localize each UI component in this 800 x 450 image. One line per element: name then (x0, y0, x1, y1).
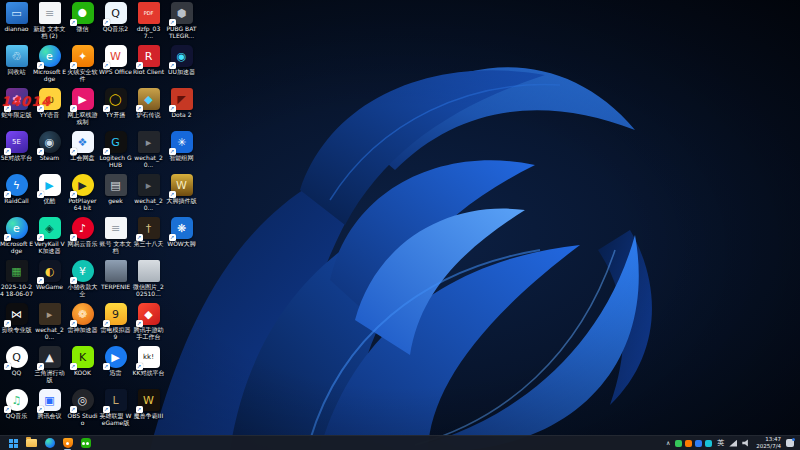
desktop-icon[interactable]: K↗KOOK (66, 346, 99, 388)
desktop-icon[interactable]: R↗Riot Client (132, 45, 165, 87)
edge-button[interactable] (44, 438, 55, 449)
network-tool-icon: ✳↗ (171, 131, 193, 153)
desktop-icon[interactable]: ◯↗YY开播 (99, 88, 132, 130)
desktop-icon[interactable]: ⋈↗剪映专业版 (0, 303, 33, 345)
file-explorer-button[interactable] (26, 438, 37, 449)
notification-bell-icon[interactable] (786, 439, 794, 447)
desktop-icon[interactable]: ▣↗腾讯会议 (33, 389, 66, 431)
windows-logo-icon (9, 439, 18, 448)
desktop-icon[interactable]: W↗魔兽争霸III (132, 389, 165, 431)
desktop-icon[interactable]: 5E↗5E对战平台 (0, 131, 33, 173)
icon-glyph: G (111, 137, 120, 148)
desktop-icon[interactable]: ▸wechat_20... (132, 174, 165, 216)
huorong-button[interactable] (62, 438, 73, 449)
desktop-icon[interactable]: ▭diannao (0, 2, 33, 44)
desktop-icon[interactable]: ⬤↗微信 (66, 2, 99, 44)
desktop-icon[interactable]: ▶↗网上双线游戏制 (66, 88, 99, 130)
icon-glyph: ◉ (177, 51, 187, 62)
5e-arena-icon: 5E↗ (6, 131, 28, 153)
desktop-icon[interactable]: ✦↗火绒安全软件 (66, 45, 99, 87)
icon-glyph: ϟ (13, 180, 20, 191)
desktop-icon[interactable]: L↗英雄联盟 WeGame版 (99, 389, 132, 431)
desktop-icon[interactable]: ▶↗PotPlayer 64 bit (66, 174, 99, 216)
desktop-icon[interactable]: PDFdzfp_037... (132, 2, 165, 44)
desktop-icon[interactable]: ◆↗炉石传说 (132, 88, 165, 130)
shortcut-arrow-badge: ↗ (37, 363, 44, 370)
desktop-icon[interactable]: 9↗雷电模拟器9 (99, 303, 132, 345)
tray-chevron-up-icon[interactable]: ∧ (666, 440, 670, 446)
icon-label: 微信 (66, 26, 99, 33)
desktop-icon[interactable]: ◉↗UU加速器 (165, 45, 198, 87)
icon-glyph: ▣ (44, 395, 54, 406)
video-file-icon: ▸ (138, 131, 160, 153)
desktop-icon[interactable]: ≡新建 文本文档 (2) (33, 2, 66, 44)
tray-app-orange-icon[interactable] (685, 440, 692, 447)
desktop-icon[interactable]: ◐↗WeGame (33, 260, 66, 302)
tray-app-blue-icon[interactable] (695, 440, 702, 447)
desktop-icon[interactable]: ▶↗迅雷 (99, 346, 132, 388)
shortcut-arrow-badge: ↗ (169, 62, 176, 69)
desktop-icon[interactable]: Q↗QQ音乐2 (99, 2, 132, 44)
desktop-icon[interactable]: G↗Logitech G HUB (99, 131, 132, 173)
desktop-icon[interactable]: ▦2025-10-24 18-06-07 (0, 260, 33, 302)
desktop-icon[interactable]: ❖↗工会网盘 (66, 131, 99, 173)
desktop-icon[interactable]: ♲回收站 (0, 45, 33, 87)
edge-icon (45, 438, 55, 448)
clock-time: 13:47 (756, 436, 781, 443)
icon-glyph: PDF (144, 11, 154, 16)
desktop-icon[interactable]: ▶↗优酷 (33, 174, 66, 216)
icon-label: diannao (0, 26, 33, 33)
shortcut-arrow-badge: ↗ (70, 406, 77, 413)
icon-glyph: ▶ (45, 180, 53, 191)
desktop-icon[interactable]: ▤geek (99, 174, 132, 216)
desktop-icon[interactable]: ♪↗网易云音乐 (66, 217, 99, 259)
desktop-icon[interactable]: ▸wechat_20... (132, 131, 165, 173)
desktop-icon[interactable]: W↗WPS Office (99, 45, 132, 87)
desktop-icon[interactable]: kk!↗KK对战平台 (132, 346, 165, 388)
desktop-icon[interactable]: ◆↗腾讯手游助手工作台 (132, 303, 165, 345)
tray-app-teal-icon[interactable] (705, 440, 712, 447)
icon-glyph: ◉ (45, 137, 55, 148)
icon-label: QQ (0, 370, 33, 377)
network-icon[interactable] (729, 440, 737, 447)
desktop-icon[interactable]: W↗大脚插件版 (165, 174, 198, 216)
shortcut-arrow-badge: ↗ (4, 406, 11, 413)
shortcut-arrow-badge: ↗ (70, 19, 77, 26)
desktop-icon[interactable]: ◈↗VeryKail VK加速器 (33, 217, 66, 259)
desktop-icon[interactable]: 微信图片_202510... (132, 260, 165, 302)
desktop-icon[interactable]: ◉↗Steam (33, 131, 66, 173)
icon-label: 剪映专业版 (0, 327, 33, 334)
taskbar-clock[interactable]: 13:47 2025/7/4 (756, 436, 781, 449)
desktop-icon[interactable]: ✳↗智能组网 (165, 131, 198, 173)
start-button[interactable] (8, 438, 19, 449)
icon-glyph: ♫ (12, 395, 22, 406)
desktop-icon[interactable]: ◤↗Dota 2 (165, 88, 198, 130)
desktop-icon[interactable]: e↗Microsoft Edge (0, 217, 33, 259)
wechat-button[interactable] (80, 438, 91, 449)
desktop-icon[interactable]: ▸wechat_20... (33, 303, 66, 345)
tray-app-green-icon[interactable] (675, 440, 682, 447)
desktop-icon[interactable]: ≡账号 文本文档 (99, 217, 132, 259)
icon-label: VeryKail VK加速器 (33, 241, 66, 255)
geek-icon: ▤ (105, 174, 127, 196)
shortcut-arrow-badge: ↗ (4, 320, 11, 327)
desktop-icon[interactable]: Q↗QQ (0, 346, 33, 388)
desktop-icon[interactable]: †↗第三十八天 (132, 217, 165, 259)
desktop-icon[interactable]: ◎↗OBS Studio (66, 389, 99, 431)
desktop-icon[interactable]: ❋↗WOW大脚 (165, 217, 198, 259)
volume-icon[interactable] (742, 439, 751, 447)
desktop-icon[interactable]: ϟ↗RaidCall (0, 174, 33, 216)
ime-indicator[interactable]: 英 (717, 440, 724, 447)
icon-glyph: ◯ (109, 94, 121, 105)
desktop-icon[interactable]: ▲↗三角洲行动版 (33, 346, 66, 388)
desktop-icon[interactable]: ♫↗QQ音乐 (0, 389, 33, 431)
desktop-icon[interactable]: e↗Microsoft Edge (33, 45, 66, 87)
desktop-icon[interactable]: ¥↗小猪收款大全 (66, 260, 99, 302)
icon-label: KOOK (66, 370, 99, 377)
warcraft3-icon: W↗ (138, 389, 160, 411)
taskbar-pinned-apps (0, 438, 91, 449)
desktop-icon[interactable]: ⬢↗PUBG BATTLEGR... (165, 2, 198, 44)
desktop-icon[interactable]: TERPENIE (99, 260, 132, 302)
desktop-icon[interactable]: ❁↗雷神加速器 (66, 303, 99, 345)
kook-icon: K↗ (72, 346, 94, 368)
